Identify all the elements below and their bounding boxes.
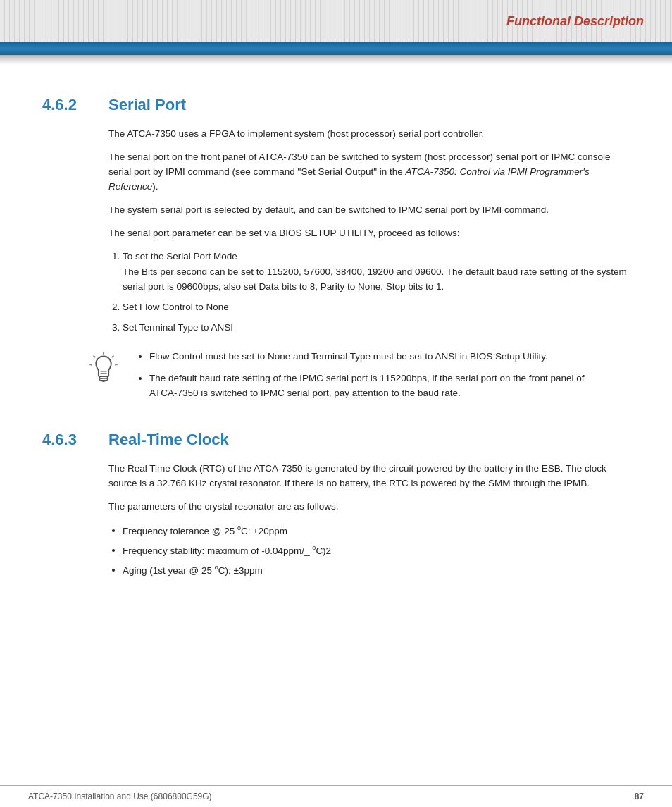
lightbulb-svg — [88, 352, 119, 390]
svg-rect-8 — [100, 378, 108, 381]
svg-line-4 — [89, 364, 92, 365]
section-463-bullet-list: Frequency tolerance @ 25 oC: ±20ppm Freq… — [108, 523, 630, 578]
section-462-title: Serial Port — [108, 96, 186, 114]
section-463-title: Real-Time Clock — [108, 431, 229, 449]
page-header-title: Functional Description — [506, 14, 644, 29]
section-463-heading: 4.6.3 Real-Time Clock — [42, 431, 630, 449]
footer-left-text: ATCA-7350 Installation and Use (6806800G… — [28, 791, 212, 801]
list-item: Frequency stability: maximum of -0.04ppm… — [123, 543, 630, 558]
svg-line-1 — [112, 356, 114, 358]
list-item: To set the Serial Port Mode The Bits per… — [123, 250, 630, 295]
section-462-heading: 4.6.2 Serial Port — [42, 96, 630, 114]
section-463-number: 4.6.3 — [42, 431, 92, 449]
main-content: 4.6.2 Serial Port The ATCA-7350 uses a F… — [0, 65, 672, 600]
footer-page-number: 87 — [635, 791, 644, 801]
section-463-body: The Real Time Clock (RTC) of the ATCA-73… — [108, 462, 630, 515]
blue-divider-bar — [0, 42, 672, 55]
svg-line-2 — [115, 364, 118, 365]
bulb-icon — [85, 352, 123, 390]
list-item: Flow Control must be set to None and Ter… — [149, 350, 602, 364]
note-content: Flow Control must be set to None and Ter… — [135, 350, 602, 408]
section-462-ordered-list: To set the Serial Port Mode The Bits per… — [108, 250, 630, 336]
page-header: Functional Description — [0, 0, 672, 42]
svg-line-3 — [94, 356, 96, 358]
section-462-para1: The ATCA-7350 uses a FPGA to implement s… — [108, 127, 630, 241]
list-item: Set Flow Control to None — [123, 300, 630, 315]
section-462: 4.6.2 Serial Port The ATCA-7350 uses a F… — [42, 96, 630, 414]
note-box: Flow Control must be set to None and Ter… — [85, 344, 602, 414]
list-item: Set Terminal Type to ANSI — [123, 321, 630, 335]
grey-gradient-bar — [0, 55, 672, 65]
list-item: Frequency tolerance @ 25 oC: ±20ppm — [123, 523, 630, 538]
list-item: Aging (1st year @ 25 oC): ±3ppm — [123, 562, 630, 578]
page-footer: ATCA-7350 Installation and Use (6806800G… — [0, 785, 672, 807]
section-462-number: 4.6.2 — [42, 96, 92, 114]
section-463: 4.6.3 Real-Time Clock The Real Time Cloc… — [42, 431, 630, 578]
list-item: The default baud rate setting of the IPM… — [149, 371, 602, 401]
